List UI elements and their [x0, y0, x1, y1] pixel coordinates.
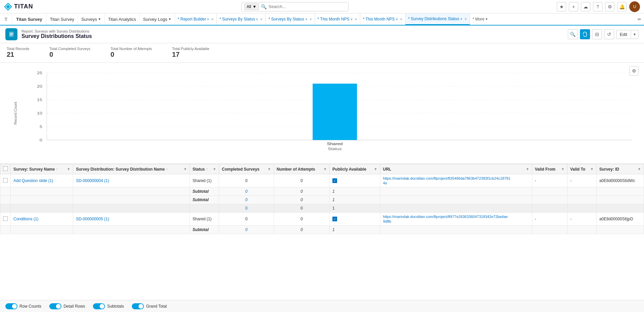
filter-valid-to-icon[interactable]: ▼: [590, 167, 594, 171]
tab-close-icon[interactable]: ✕: [211, 17, 214, 21]
grand-subtotal-url: [380, 204, 532, 213]
nav-item-titan-survey[interactable]: Titan Survey: [47, 13, 78, 25]
add-button[interactable]: +: [569, 2, 578, 11]
public-available-checkbox-2: ✓: [332, 217, 337, 221]
nav-item-analytics[interactable]: Titan Analytics: [105, 13, 140, 25]
logo-icon: [4, 3, 12, 11]
tab-this-month-nps-1[interactable]: * This Month NPS ∨ ✕: [315, 13, 360, 25]
filter-attempts-icon[interactable]: ▼: [323, 167, 327, 171]
toggle-subtotals-switch[interactable]: [93, 303, 105, 309]
tab-close-icon[interactable]: ✕: [309, 17, 312, 21]
col-completed[interactable]: Completed Surveys ▼: [219, 164, 274, 174]
search-magnifier-icon: 🔍: [261, 4, 267, 9]
row-status: Shared (1): [190, 174, 219, 187]
table-header-row: Survey: Survey Name ↑ ▼ Survey Distribut…: [0, 164, 644, 174]
avatar-button[interactable]: U: [629, 1, 640, 12]
filter-completed-icon[interactable]: ▼: [268, 167, 271, 171]
logo-area: TITAN: [4, 3, 33, 11]
col-valid-to[interactable]: Valid To ▼: [567, 164, 596, 174]
col-dist-name[interactable]: Survey Distribution: Survey Distribution…: [73, 164, 190, 174]
star-button[interactable]: ★: [557, 2, 566, 11]
cloud-button[interactable]: ☁: [581, 2, 590, 11]
nav-item-arrow: ▼: [98, 17, 101, 21]
grand-subtotal-valid-to: [567, 204, 596, 213]
subtotal-url: [380, 187, 532, 196]
svg-text:20: 20: [37, 84, 42, 89]
nav-edit-icon[interactable]: ✏: [635, 13, 644, 25]
nav-item-label: Titan Survey: [50, 17, 74, 22]
nav-bar: ⠿ Titan Survey Titan Survey Surveys ▼ Ti…: [0, 13, 644, 26]
tab-label: * Report Builder: [178, 17, 206, 21]
tab-report-builder[interactable]: * Report Builder ∨ ✕: [175, 13, 217, 25]
toggle-grand-total-label: Grand Total: [146, 304, 167, 309]
tab-close-icon[interactable]: ✕: [464, 17, 467, 21]
refresh-button[interactable]: ↺: [604, 29, 614, 39]
url-link[interactable]: https://marindak.docstitan.com/ftproject…: [383, 176, 511, 185]
svg-rect-4: [10, 34, 13, 35]
nav-app-name[interactable]: Titan Survey: [12, 13, 47, 25]
filter-button[interactable]: ⊟: [592, 29, 602, 39]
filter-public-icon[interactable]: ▼: [374, 167, 377, 171]
stat-total-records: Total Records 21: [7, 47, 29, 58]
toggle-detail-rows-switch[interactable]: [49, 303, 61, 309]
select-all-checkbox[interactable]: [3, 166, 8, 171]
col-survey-id[interactable]: Survey: ID ▼: [596, 164, 644, 174]
toggle-row-counts-switch[interactable]: [5, 303, 17, 309]
edit-arrow[interactable]: ▼: [631, 31, 638, 38]
subtotal2-attempts: 0: [274, 196, 329, 204]
col-survey-name[interactable]: Survey: Survey Name ↑ ▼: [11, 164, 73, 174]
col-attempts[interactable]: Number of Attempts ▼: [274, 164, 329, 174]
filter-status-icon[interactable]: ▼: [213, 167, 216, 171]
row-survey-id: a0E8d00000S6dWc: [596, 174, 644, 187]
row2-survey-name: Conditions (1): [11, 213, 73, 226]
filter-valid-from-icon[interactable]: ▼: [561, 167, 565, 171]
survey-name-link-2[interactable]: Conditions (1): [13, 217, 39, 221]
nav-more[interactable]: * More ▼: [470, 13, 491, 25]
dist-name-link-2[interactable]: SD-000000005 (1): [76, 217, 109, 221]
search-report-button[interactable]: 🔍: [568, 29, 578, 39]
col-status[interactable]: Status ↑ ▼: [190, 164, 219, 174]
row2-completed: 0: [219, 213, 274, 226]
subtotal2-label-cell: [11, 196, 73, 204]
nav-item-surveys[interactable]: Surveys ▼: [78, 13, 105, 25]
col-checkbox[interactable]: [0, 164, 11, 174]
settings-button[interactable]: ⚙: [605, 2, 614, 11]
search-filter-button[interactable]: All ▼: [244, 3, 259, 10]
svg-text:25: 25: [37, 71, 42, 75]
filter-url-icon[interactable]: ▼: [526, 167, 529, 171]
row2-status: Shared (1): [190, 213, 219, 226]
col-valid-from[interactable]: Valid From ▼: [532, 164, 567, 174]
top-right-icons: ★ + ☁ ? ⚙ 🔔 U: [557, 1, 640, 12]
tab-close-icon[interactable]: ✕: [400, 17, 402, 21]
chart-settings-button[interactable]: ⚙: [629, 66, 639, 76]
dist-name-link[interactable]: SD-000000004 (1): [76, 178, 109, 183]
url-link-2[interactable]: https://marindak.docstitan.com/ftproject…: [383, 215, 508, 223]
notifications-button[interactable]: 🔔: [617, 2, 627, 11]
filter-survey-name-icon[interactable]: ▼: [67, 167, 70, 171]
filter-survey-id-icon[interactable]: ▼: [638, 167, 641, 171]
tab-survey-distributions-status[interactable]: * Survey Distributions Status ∨ ✕: [406, 13, 470, 25]
row-survey-name: Add Question slide (1): [11, 174, 73, 187]
survey-name-link[interactable]: Add Question slide (1): [13, 178, 53, 183]
search-input[interactable]: [269, 4, 346, 9]
sort-status-icon: ↑: [206, 167, 208, 171]
table-area[interactable]: Survey: Survey Name ↑ ▼ Survey Distribut…: [0, 164, 644, 300]
table-row: Add Question slide (1) SD-000000004 (1) …: [0, 174, 644, 187]
nav-item-logs[interactable]: Survey Logs ▼: [140, 13, 175, 25]
tab-surveys-by-status-2[interactable]: * Surveys By Status ∨ ✕: [266, 13, 315, 25]
tab-close-icon[interactable]: ✕: [260, 17, 263, 21]
col-public[interactable]: Publicly Available ▼: [330, 164, 380, 174]
subtotal3-valid-to: [567, 226, 596, 234]
row-checkbox[interactable]: [0, 174, 11, 187]
row2-checkbox[interactable]: [0, 213, 11, 226]
tab-close-icon[interactable]: ✕: [355, 17, 357, 21]
help-button[interactable]: ?: [593, 2, 602, 11]
tab-this-month-nps-2[interactable]: * This Month NPS ∨ ✕: [360, 13, 406, 25]
col-url[interactable]: URL ▼: [380, 164, 532, 174]
refresh-run-button[interactable]: [580, 29, 590, 39]
toggle-grand-total-switch[interactable]: [132, 303, 144, 309]
tab-surveys-by-status-1[interactable]: * Surveys By Status ∨ ✕: [217, 13, 266, 25]
filter-dist-name-icon[interactable]: ▼: [183, 167, 187, 171]
edit-button[interactable]: Edit ▼: [616, 30, 639, 39]
nav-grid-button[interactable]: ⠿: [0, 13, 12, 25]
